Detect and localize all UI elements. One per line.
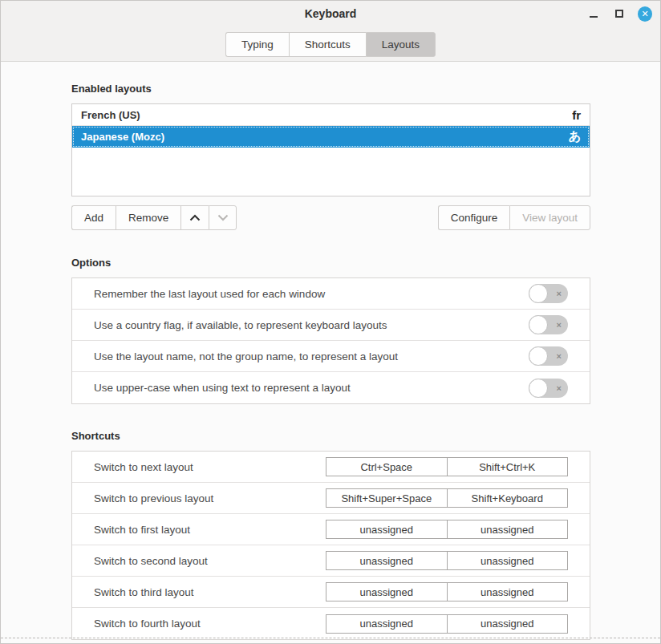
keybinding-button[interactable]: Shift+Ctrl+K (448, 458, 568, 476)
toggle-country-flag[interactable]: × (529, 315, 568, 334)
shortcut-row-next-layout: Switch to next layout Ctrl+Space Shift+C… (72, 452, 590, 483)
keybinding-button[interactable]: unassigned (326, 615, 448, 633)
keybinding-group: unassigned unassigned (326, 520, 568, 539)
option-row-remember-layout: Remember the last layout used for each w… (72, 278, 590, 310)
keybinding-group: Ctrl+Space Shift+Ctrl+K (326, 457, 568, 476)
layouts-page: Enabled layouts French (US) fr Japanese … (1, 83, 660, 640)
shortcut-label: Switch to previous layout (94, 492, 213, 504)
layout-indicator: あ (569, 129, 581, 144)
toggle-knob (529, 315, 548, 334)
enabled-layouts-heading: Enabled layouts (71, 83, 590, 95)
keybinding-group: unassigned unassigned (326, 614, 568, 634)
toggle-layout-name[interactable]: × (529, 346, 568, 366)
shortcut-label: Switch to next layout (94, 461, 193, 473)
shortcut-row-fourth-layout: Switch to fourth layout unassigned unass… (72, 608, 590, 639)
options-heading: Options (71, 257, 590, 269)
shortcut-label: Switch to second layout (94, 555, 208, 567)
maximize-button[interactable] (612, 6, 627, 21)
toggle-knob (529, 346, 548, 366)
toggle-upper-case[interactable]: × (529, 379, 568, 398)
layout-indicator: fr (572, 108, 581, 122)
toggle-knob (529, 284, 548, 303)
chevron-down-icon (217, 214, 229, 221)
keybinding-button[interactable]: unassigned (326, 552, 448, 569)
shortcut-row-third-layout: Switch to third layout unassigned unassi… (72, 577, 590, 608)
keybinding-button[interactable]: unassigned (326, 520, 448, 538)
option-label: Use a country flag, if available, to rep… (94, 319, 387, 331)
move-down-button[interactable] (209, 205, 237, 230)
options-panel: Remember the last layout used for each w… (71, 277, 590, 404)
keybinding-button[interactable]: Shift+Keyboard (448, 489, 568, 507)
minimize-button[interactable] (586, 6, 601, 21)
option-label: Use upper-case when using text to repres… (94, 382, 351, 394)
toggle-off-mark: × (557, 321, 562, 330)
tab-shortcuts[interactable]: Shortcuts (289, 32, 366, 57)
chevron-up-icon (189, 214, 201, 221)
option-row-upper-case: Use upper-case when using text to repres… (72, 372, 590, 403)
tab-layouts[interactable]: Layouts (366, 32, 436, 57)
layout-name: French (US) (81, 109, 140, 121)
bottom-resize-indicator (1, 638, 660, 638)
keyboard-settings-window: { "window": { "title": "Keyboard" }, "ic… (0, 0, 661, 644)
layout-list-buttons: Add Remove Configure View layout (71, 205, 590, 230)
toggle-off-mark: × (557, 352, 562, 361)
keybinding-button[interactable]: unassigned (448, 583, 568, 601)
keybinding-group: unassigned unassigned (326, 582, 568, 601)
keybinding-button[interactable]: unassigned (448, 520, 568, 538)
keybinding-button[interactable]: unassigned (326, 583, 448, 601)
minimize-icon (590, 16, 598, 18)
shortcuts-heading: Shortcuts (71, 430, 590, 442)
shortcut-row-first-layout: Switch to first layout unassigned unassi… (72, 514, 590, 545)
window-title: Keyboard (305, 7, 357, 20)
shortcut-row-previous-layout: Switch to previous layout Shift+Super+Sp… (72, 483, 590, 514)
maximize-icon (615, 10, 623, 18)
move-up-button[interactable] (180, 205, 209, 230)
layout-row-french[interactable]: French (US) fr (72, 104, 590, 126)
tab-bar: Typing Shortcuts Layouts (1, 32, 660, 57)
toggle-knob (529, 379, 548, 398)
close-icon: ✕ (638, 6, 652, 22)
option-row-country-flag: Use a country flag, if available, to rep… (72, 310, 590, 341)
close-button[interactable]: ✕ (638, 6, 652, 21)
titlebar[interactable]: Keyboard ✕ (1, 1, 660, 26)
shortcuts-panel: Switch to next layout Ctrl+Space Shift+C… (71, 451, 590, 640)
option-label: Use the layout name, not the group name,… (94, 350, 398, 363)
keybinding-button[interactable]: Shift+Super+Space (326, 489, 448, 507)
keybinding-group: Shift+Super+Space Shift+Keyboard (326, 488, 568, 508)
keybinding-group: unassigned unassigned (326, 551, 568, 570)
option-row-layout-name: Use the layout name, not the group name,… (72, 341, 590, 372)
shortcut-row-second-layout: Switch to second layout unassigned unass… (72, 545, 590, 577)
toggle-off-mark: × (557, 383, 562, 392)
add-button[interactable]: Add (71, 205, 116, 230)
remove-button[interactable]: Remove (116, 205, 180, 230)
enabled-layouts-list: French (US) fr Japanese (Mozc) あ (71, 103, 590, 196)
shortcut-label: Switch to third layout (94, 586, 194, 598)
shortcut-label: Switch to first layout (94, 524, 190, 536)
tab-typing[interactable]: Typing (225, 32, 289, 57)
window-controls: ✕ (586, 1, 652, 26)
layout-name: Japanese (Mozc) (81, 131, 164, 143)
edit-button-group: Add Remove (71, 205, 237, 230)
shortcut-label: Switch to fourth layout (94, 618, 201, 630)
configure-button[interactable]: Configure (438, 205, 510, 230)
option-label: Remember the last layout used for each w… (94, 288, 325, 300)
window-header: Keyboard ✕ Typing Shortcuts Layouts (1, 1, 660, 62)
layout-row-japanese[interactable]: Japanese (Mozc) あ (72, 126, 590, 148)
configure-button-group: Configure View layout (438, 205, 590, 230)
keybinding-button[interactable]: unassigned (448, 552, 568, 569)
keybinding-button[interactable]: Ctrl+Space (326, 458, 448, 476)
toggle-off-mark: × (557, 290, 562, 298)
view-layout-button[interactable]: View layout (509, 205, 590, 230)
keybinding-button[interactable]: unassigned (448, 615, 568, 633)
toggle-remember-layout[interactable]: × (529, 284, 568, 303)
